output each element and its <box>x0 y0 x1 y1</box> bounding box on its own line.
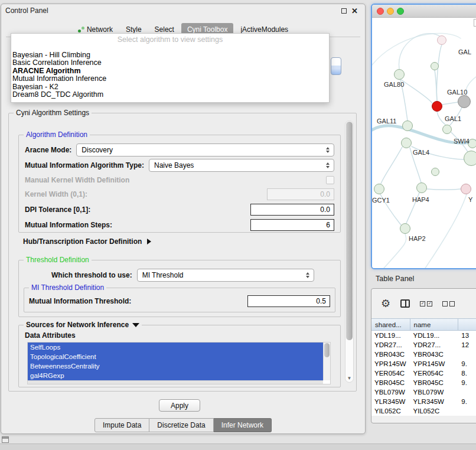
which-threshold-label: Which threshold to use: <box>51 271 132 279</box>
dropdown-placeholder: Select algorithm to view settings <box>11 34 329 44</box>
network-node[interactable] <box>458 95 471 108</box>
mi-steps-label: Mutual Information Steps: <box>25 221 112 229</box>
bottom-tab-discretize-data[interactable]: Discretize Data <box>149 418 213 432</box>
column-header[interactable]: shared... <box>371 319 410 330</box>
manual-kernel-width-label: Manual Kernel Width Definition <box>25 176 129 184</box>
minimize-traffic-light-icon[interactable] <box>387 8 394 15</box>
table-cell: 12 <box>458 340 476 350</box>
sources-toggle[interactable]: Sources for Network Inference <box>24 321 142 329</box>
gear-icon[interactable]: ⚙ <box>381 298 390 309</box>
table-row[interactable]: YLR345WYLR345W9. <box>371 397 476 406</box>
cyni-algorithm-settings-group: Cyni Algorithm Settings Algorithm Defini… <box>8 113 357 392</box>
hub-definition-toggle[interactable]: Hub/Transcription Factor Definition <box>23 237 151 246</box>
desktop: Control Panel ✕ NetworkStyleSelectCyni T… <box>0 0 476 450</box>
table-body: YDL19...YDL19...13YDR27...YDR27...12YBR0… <box>371 331 476 416</box>
dpi-tolerance-label: DPI Tolerance [0,1]: <box>25 206 90 214</box>
table-cell: YLR345W <box>371 397 410 406</box>
network-node[interactable] <box>464 151 476 166</box>
data-attributes-list[interactable]: SelfLoopsTopologicalCoefficientBetweenne… <box>27 342 331 384</box>
network-window-titlebar[interactable] <box>372 5 476 18</box>
attribute-item[interactable]: SelfLoops <box>28 343 330 352</box>
table-row[interactable]: YPR145WYPR145W9. <box>371 359 476 369</box>
table-row[interactable]: YDL19...YDL19...13 <box>371 331 476 340</box>
table-cell: YBR043C <box>410 350 459 359</box>
network-node[interactable] <box>374 184 384 194</box>
mi-threshold-definition-title: MI Threshold Definition <box>29 283 106 292</box>
network-node-label: GAL1 <box>445 115 461 122</box>
aracne-mode-select[interactable]: Discovery <box>76 144 334 156</box>
scrollbar-thumb[interactable] <box>346 122 353 340</box>
network-canvas[interactable]: GALGAL80GAL10GAL11GAL1SWI4GAL4GCY1HAP4YH… <box>372 18 476 268</box>
network-node[interactable] <box>442 125 452 134</box>
deselect-all-icon[interactable] <box>442 301 455 306</box>
table-row[interactable]: YBL079WYBL079W <box>371 387 476 397</box>
settings-scrollbar[interactable]: ▼ <box>345 120 354 383</box>
network-node[interactable] <box>394 69 405 80</box>
attribute-item[interactable]: gal4RGexp <box>28 371 330 380</box>
algorithm-option[interactable]: Bayesian - K2 <box>11 83 329 91</box>
table-row[interactable]: YBR045CYBR045C9. <box>371 378 476 387</box>
column-header[interactable]: name <box>410 319 459 330</box>
table-row[interactable]: YDR27...YDR27...12 <box>371 340 476 350</box>
network-node[interactable] <box>402 120 413 131</box>
table-panel-title: Table Panel <box>376 275 414 283</box>
close-icon[interactable]: ✕ <box>351 8 358 14</box>
network-node[interactable] <box>401 138 412 148</box>
network-node[interactable] <box>416 182 427 193</box>
network-node[interactable] <box>400 223 410 234</box>
dpi-tolerance-field[interactable]: 0.0 <box>250 204 334 216</box>
scrollbar-down-arrow-icon[interactable]: ▼ <box>345 376 353 381</box>
mi-threshold-field[interactable]: 0.5 <box>247 295 330 307</box>
close-traffic-light-icon[interactable] <box>377 8 384 15</box>
window-buttons: ✕ <box>341 8 358 14</box>
aracne-mode-label: Aracne Mode: <box>25 146 71 154</box>
apply-button[interactable]: Apply <box>159 399 200 412</box>
algorithm-combobox-stepper-fragment[interactable] <box>331 57 341 75</box>
zoom-traffic-light-icon[interactable] <box>397 8 404 15</box>
algorithm-option[interactable]: Dream8 DC_TDC Algorithm <box>11 91 329 99</box>
table-cell: YDR27... <box>410 340 459 350</box>
sources-group: Sources for Network Inference Data Attri… <box>18 325 341 387</box>
attributes-scrollbar[interactable] <box>323 343 330 380</box>
network-node[interactable] <box>431 62 439 70</box>
column-header[interactable] <box>458 319 476 330</box>
bottom-tab-infer-network[interactable]: Infer Network <box>214 418 272 432</box>
algorithm-option[interactable]: Bayesian - Hill Climbing <box>11 51 329 59</box>
table-row[interactable]: YBR043CYBR043C <box>371 350 476 359</box>
table-cell <box>458 387 476 397</box>
algorithm-definition-title: Algorithm Definition <box>24 131 90 139</box>
select-all-icon[interactable]: ✓✓ <box>420 301 432 306</box>
scrollbar-thumb[interactable] <box>324 343 330 357</box>
which-threshold-select[interactable]: MI Threshold <box>137 269 314 282</box>
table-header: shared...name <box>371 318 476 331</box>
table-cell: YPR145W <box>371 359 410 369</box>
network-icon <box>78 27 84 33</box>
float-window-icon[interactable] <box>341 8 347 14</box>
mi-type-select[interactable]: Naive Bayes <box>149 159 334 172</box>
network-node[interactable] <box>461 184 471 194</box>
table-cell: YBR045C <box>410 378 459 387</box>
algorithm-option[interactable]: Basic Correlation Inference <box>11 59 329 67</box>
network-view-window: GALGAL80GAL10GAL11GAL1SWI4GAL4GCY1HAP4YH… <box>371 4 476 269</box>
table-row[interactable]: YER054CYER054C8. <box>371 369 476 378</box>
scroll-corner-box[interactable] <box>474 19 476 27</box>
minimized-window-icon[interactable] <box>2 436 9 443</box>
table-toolbar: ⚙ ✓✓ <box>371 289 476 318</box>
window-title: Control Panel <box>5 6 48 15</box>
bottom-tab-impute-data[interactable]: Impute Data <box>94 418 149 432</box>
attributes-hscrollbar[interactable] <box>28 380 323 384</box>
algorithm-option[interactable]: ARACNE Algorithm <box>11 67 329 75</box>
table-cell: 9. <box>458 378 476 387</box>
columns-icon[interactable] <box>400 299 410 308</box>
network-node[interactable] <box>432 101 442 112</box>
table-row[interactable]: YIL052CYIL052C <box>371 406 476 416</box>
mi-steps-field[interactable]: 6 <box>250 219 334 231</box>
mi-type-label: Mutual Information Algorithm Type: <box>25 161 144 169</box>
network-node[interactable] <box>431 168 439 176</box>
bottom-tab-bar: Impute DataDiscretize DataInfer Network <box>1 418 365 432</box>
algorithm-option[interactable]: Mutual Information Inference <box>11 75 329 83</box>
network-node[interactable] <box>437 35 446 45</box>
attribute-item[interactable]: TopologicalCoefficient <box>28 352 330 361</box>
threshold-definition-group: Threshold Definition Which threshold to … <box>18 260 341 317</box>
attribute-item[interactable]: BetweennessCentrality <box>28 361 330 371</box>
